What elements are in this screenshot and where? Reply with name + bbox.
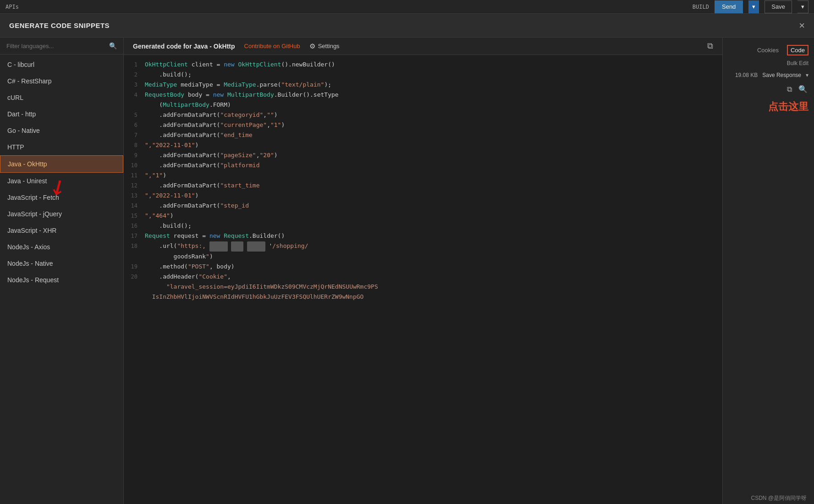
line-content: "laravel_session=eyJpdiI6IitmWDkzS09CMVc… — [145, 282, 722, 292]
code-view[interactable]: 1OkHttpClient client = new OkHttpClient(… — [124, 55, 722, 504]
code-line: 11","1") — [124, 170, 722, 181]
sidebar-item-javascript-fetch[interactable]: JavaScript - Fetch — [0, 189, 123, 206]
sidebar-item-javascript-jquery[interactable]: JavaScript - jQuery — [0, 206, 123, 222]
right-panel: Cookies Code Bulk Edit 19.08 KB Save Res… — [722, 38, 814, 504]
code-line: 19 .method("POST", body) — [124, 262, 722, 272]
sidebar-item-c-libcurl[interactable]: C - libcurl — [0, 56, 123, 73]
line-number: 5 — [124, 110, 145, 120]
line-number: 6 — [124, 120, 145, 130]
code-line: 16 .build(); — [124, 221, 722, 231]
sidebar-item-nodejs-axios[interactable]: NodeJs - Axios — [0, 239, 123, 255]
dropdown-icon: ▾ — [806, 72, 808, 78]
line-content: .method("POST", body) — [145, 262, 722, 272]
code-line: 14 .addFormDataPart("step_id — [124, 201, 722, 211]
line-content: OkHttpClient client = new OkHttpClient()… — [145, 60, 722, 70]
line-number: 12 — [124, 181, 145, 191]
sidebar-item-java-unirest[interactable]: Java - Unirest — [0, 173, 123, 189]
code-line: 6 .addFormDataPart("currentPage","1") — [124, 120, 722, 130]
line-number: 19 — [124, 262, 145, 272]
dialog-body: 🔍 C - libcurlC# - RestSharpcURLDart - ht… — [0, 38, 814, 504]
sidebar-item-javascript-xhr[interactable]: JavaScript - XHR — [0, 222, 123, 239]
line-number: 10 — [124, 160, 145, 170]
code-line: (MultipartBody.FORM) — [124, 100, 722, 110]
sidebar-item-go-native[interactable]: Go - Native — [0, 122, 123, 139]
line-content: IsInZhbHVlIjoiNWVScnRIdHVFU1hGbkJuUzFEV3… — [145, 292, 722, 302]
code-line: 17Request request = new Request.Builder(… — [124, 231, 722, 241]
top-bar: APIs BUILD Send ▾ Save ▾ — [0, 0, 814, 14]
line-number: 16 — [124, 221, 145, 231]
sidebar-item-csharp-restsharp[interactable]: C# - RestSharp — [0, 73, 123, 89]
settings-label: Settings — [318, 43, 340, 49]
send-dropdown-button[interactable]: ▾ — [748, 0, 759, 13]
line-number: 18 — [124, 241, 145, 251]
code-line: 4RequestBody body = new MultipartBody.Bu… — [124, 90, 722, 100]
code-line: 5 .addFormDataPart("categoryid","") — [124, 110, 722, 120]
dialog-header: GENERATE CODE SNIPPETS × — [0, 14, 814, 38]
sidebar-item-java-okhttp[interactable]: Java - OkHttp — [0, 155, 123, 173]
code-line: 8","2022-11-01") — [124, 140, 722, 150]
sidebar-item-nodejs-native[interactable]: NodeJs - Native — [0, 255, 123, 272]
save-dropdown-button[interactable]: ▾ — [798, 0, 808, 13]
bulk-edit-label[interactable]: Bulk Edit — [723, 58, 814, 68]
line-number: 8 — [124, 140, 145, 150]
search-response-button[interactable]: 🔍 — [798, 84, 808, 94]
sidebar-item-curl[interactable]: cURL — [0, 89, 123, 106]
dialog-title: GENERATE CODE SNIPPETS — [9, 22, 110, 29]
save-button[interactable]: Save — [764, 0, 792, 13]
response-size: 19.08 KB — [735, 72, 758, 78]
code-line: 12 .addFormDataPart("start_time — [124, 181, 722, 191]
close-button[interactable]: × — [799, 21, 805, 31]
search-input[interactable] — [6, 43, 105, 49]
language-list: C - libcurlC# - RestSharpcURLDart - http… — [0, 55, 123, 504]
line-content: ","2022-11-01") — [145, 191, 722, 201]
line-content: RequestBody body = new MultipartBody.Bui… — [145, 90, 722, 100]
line-content: Request request = new Request.Builder() — [145, 231, 722, 241]
sidebar-item-dart-http[interactable]: Dart - http — [0, 106, 123, 122]
line-content: goodsRank") — [145, 252, 722, 262]
line-number: 4 — [124, 90, 145, 100]
chinese-annotation: 点击这里 — [723, 96, 814, 117]
line-number: 3 — [124, 80, 145, 90]
line-number: 7 — [124, 130, 145, 140]
line-number: 1 — [124, 60, 145, 70]
github-link[interactable]: Contribute on GitHub — [244, 43, 300, 49]
line-content: .addHeader("Cookie", — [145, 272, 722, 282]
copy-response-button[interactable]: ⧉ — [786, 84, 793, 94]
code-line: 10 .addFormDataPart("platformid — [124, 160, 722, 170]
line-content: ","464") — [145, 211, 722, 221]
search-icon: 🔍 — [109, 42, 117, 49]
line-number: 2 — [124, 70, 145, 80]
line-content: .addFormDataPart("start_time — [145, 181, 722, 191]
line-number: 13 — [124, 191, 145, 201]
build-label: BUILD — [693, 4, 709, 10]
code-line: 18 .url("https:, '/shopping/ — [124, 241, 722, 252]
code-line: "laravel_session=eyJpdiI6IitmWDkzS09CMVc… — [124, 282, 722, 292]
watermark: CSDN @是阿俏同学呀 — [743, 493, 814, 504]
response-info: 19.08 KB Save Response ▾ — [723, 68, 814, 82]
language-sidebar: 🔍 C - libcurlC# - RestSharpcURLDart - ht… — [0, 38, 124, 504]
line-content: .url("https:, '/shopping/ — [145, 241, 722, 252]
code-line: 9 .addFormDataPart("pageSize","20") — [124, 150, 722, 160]
line-content: .addFormDataPart("categoryid","") — [145, 110, 722, 120]
sidebar-item-http[interactable]: HTTP — [0, 139, 123, 155]
line-content: ","1") — [145, 170, 722, 181]
line-number: 9 — [124, 150, 145, 160]
code-toolbar: Generated code for Java - OkHttp Contrib… — [124, 38, 722, 55]
line-content: .addFormDataPart("step_id — [145, 201, 722, 211]
send-button[interactable]: Send — [715, 0, 743, 13]
cookies-tab[interactable]: Cookies — [754, 45, 782, 55]
line-content: .addFormDataPart("currentPage","1") — [145, 120, 722, 130]
settings-button[interactable]: ⚙ Settings — [309, 42, 340, 50]
code-title: Generated code for Java - OkHttp — [133, 43, 235, 50]
code-line: 15","464") — [124, 211, 722, 221]
code-line: 1OkHttpClient client = new OkHttpClient(… — [124, 60, 722, 70]
generate-code-dialog: GENERATE CODE SNIPPETS × 🔍 C - libcurlC#… — [0, 14, 814, 504]
save-response-button[interactable]: Save Response — [762, 72, 801, 78]
line-content: .build(); — [145, 70, 722, 80]
code-tab[interactable]: Code — [787, 45, 808, 55]
line-number: 15 — [124, 211, 145, 221]
sidebar-item-nodejs-request[interactable]: NodeJs - Request — [0, 272, 123, 288]
copy-button[interactable]: ⧉ — [707, 41, 713, 51]
code-line: 7 .addFormDataPart("end_time — [124, 130, 722, 140]
line-number: 11 — [124, 170, 145, 181]
